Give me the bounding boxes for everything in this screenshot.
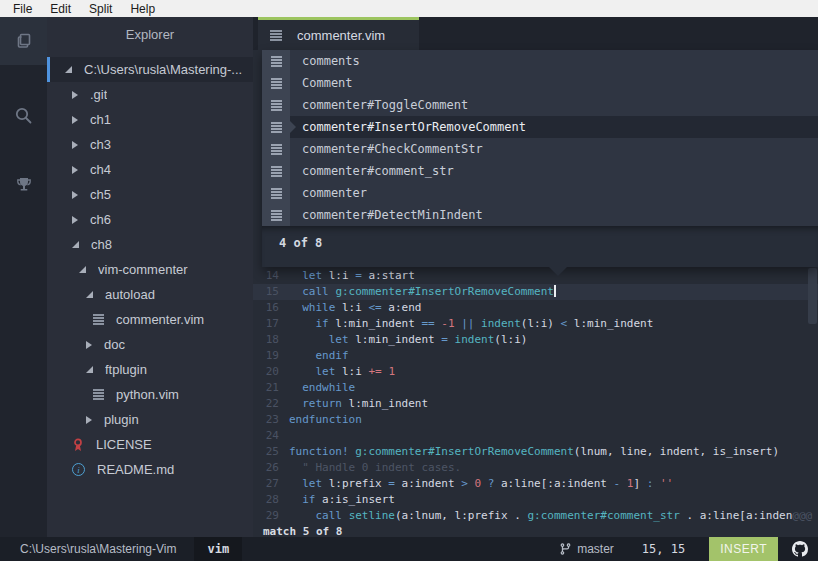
tree-item-ch5[interactable]: ch5	[47, 182, 253, 207]
match-status-message: match 5 of 8	[263, 525, 342, 537]
tree-item-label: ftplugin	[105, 362, 147, 377]
code-text: if a:is_insert	[279, 492, 395, 508]
menu-file[interactable]: File	[4, 2, 41, 16]
completion-item[interactable]: commenter#ToggleComment	[262, 94, 818, 116]
tree-item-commenter-vim[interactable]: commenter.vim	[47, 307, 253, 332]
code-line-14[interactable]: 14 let l:i = a:start	[253, 268, 818, 284]
tree-item-python-vim[interactable]: python.vim	[47, 382, 253, 407]
code-line-15[interactable]: 15 call g:commenter#InsertOrRemoveCommen…	[253, 284, 818, 300]
menu-split[interactable]: Split	[80, 2, 121, 16]
code-text: endif	[279, 348, 349, 364]
code-text: endfunction	[279, 412, 362, 428]
tab-commenter-vim[interactable]: commenter.vim	[258, 17, 419, 50]
code-line-29[interactable]: 29 call setline(a:lnum, l:prefix . g:com…	[253, 508, 818, 524]
chevron-collapsed-icon	[86, 341, 92, 349]
completion-item[interactable]: Comment	[262, 72, 818, 94]
achievements-icon[interactable]	[0, 161, 47, 209]
tree-item-vim-commenter[interactable]: vim-commenter	[47, 257, 253, 282]
cursor-position: 15, 15	[642, 542, 685, 556]
completion-item-kind-icon	[262, 138, 290, 160]
tree-item-ch4[interactable]: ch4	[47, 157, 253, 182]
tree-item-label: ch1	[90, 112, 111, 127]
tree-item-git[interactable]: .git	[47, 82, 253, 107]
license-ribbon-icon	[72, 438, 84, 452]
line-number: 23	[253, 412, 279, 428]
code-line-20[interactable]: 20 let l:i += 1	[253, 364, 818, 380]
tree-item-ch1[interactable]: ch1	[47, 107, 253, 132]
menu-help[interactable]: Help	[121, 2, 164, 16]
line-number: 29	[253, 508, 279, 524]
git-branch-icon	[559, 542, 572, 556]
code-line-25[interactable]: 25function! g:commenter#InsertOrRemoveCo…	[253, 444, 818, 460]
tab-label: commenter.vim	[297, 28, 385, 43]
line-number: 28	[253, 492, 279, 508]
line-number: 14	[253, 268, 279, 284]
line-number: 26	[253, 460, 279, 476]
completion-count: 4 of 8	[262, 226, 818, 267]
code-area[interactable]: 14 let l:i = a:start15 call g:commenter#…	[253, 268, 818, 524]
completion-item[interactable]: comments	[262, 50, 818, 72]
file-lines-icon	[270, 30, 282, 41]
line-number: 21	[253, 380, 279, 396]
popup-pointer	[549, 267, 567, 276]
code-line-19[interactable]: 19 endif	[253, 348, 818, 364]
completion-item[interactable]: commenter#comment_str	[262, 160, 818, 182]
completion-item[interactable]: commenter#DetectMinIndent	[262, 204, 818, 226]
tree-item-c-users-rusla-mastering[interactable]: C:\Users\rusla\Mastering-...	[47, 57, 253, 82]
code-line-26[interactable]: 26 " Handle 0 indent cases.	[253, 460, 818, 476]
tree-item-label: README.md	[97, 462, 174, 477]
files-icon[interactable]	[0, 17, 47, 65]
code-text: let l:prefix = a:indent > 0 ? a:line[:a:…	[279, 476, 673, 492]
tree-item-ch3[interactable]: ch3	[47, 132, 253, 157]
explorer-sidebar: Explorer C:\Users\rusla\Mastering-....gi…	[47, 17, 253, 537]
code-text: let l:i += 1	[279, 364, 395, 380]
code-line-23[interactable]: 23endfunction	[253, 412, 818, 428]
search-icon[interactable]	[0, 91, 47, 139]
code-line-17[interactable]: 17 if l:min_indent == -1 || indent(l:i) …	[253, 316, 818, 332]
editor-scrollbar-thumb[interactable]	[808, 268, 817, 324]
main-area: Explorer C:\Users\rusla\Mastering-....gi…	[0, 17, 818, 537]
tab-bar: commenter.vim	[253, 17, 818, 50]
code-text: if l:min_indent == -1 || indent(l:i) < l…	[279, 316, 653, 332]
menu-edit[interactable]: Edit	[41, 2, 80, 16]
completion-item-kind-icon	[262, 204, 290, 226]
text-cursor	[554, 285, 556, 297]
tree-item-label: vim-commenter	[98, 262, 188, 277]
tree-item-ch8[interactable]: ch8	[47, 232, 253, 257]
line-number: 18	[253, 332, 279, 348]
code-line-18[interactable]: 18 let l:min_indent = indent(l:i)	[253, 332, 818, 348]
completion-item-label: commenter#InsertOrRemoveComment	[290, 116, 526, 138]
line-number: 16	[253, 300, 279, 316]
chevron-collapsed-icon	[72, 166, 78, 174]
completion-item-label: commenter	[290, 182, 367, 204]
tree-item-doc[interactable]: doc	[47, 332, 253, 357]
code-line-16[interactable]: 16 while l:i <= a:end	[253, 300, 818, 316]
tree-item-ftplugin[interactable]: ftplugin	[47, 357, 253, 382]
completion-item[interactable]: commenter	[262, 182, 818, 204]
chevron-expanded-icon	[86, 366, 93, 373]
tree-item-readme-md[interactable]: iREADME.md	[47, 457, 253, 482]
code-line-24[interactable]: 24	[253, 428, 818, 444]
completion-item[interactable]: commenter#CheckCommentStr	[262, 138, 818, 160]
code-line-28[interactable]: 28 if a:is_insert	[253, 492, 818, 508]
code-line-27[interactable]: 27 let l:prefix = a:indent > 0 ? a:line[…	[253, 476, 818, 492]
info-circle-icon: i	[72, 463, 85, 476]
code-line-22[interactable]: 22 return l:min_indent	[253, 396, 818, 412]
completion-popup: commentsCommentcommenter#ToggleCommentco…	[262, 50, 818, 267]
completion-item-label: commenter#DetectMinIndent	[290, 204, 483, 226]
git-branch[interactable]: master	[559, 542, 614, 556]
editor[interactable]: commenter.vim commentsCommentcommenter#T…	[253, 17, 818, 537]
tree-item-plugin[interactable]: plugin	[47, 407, 253, 432]
code-line-21[interactable]: 21 endwhile	[253, 380, 818, 396]
completion-item-selected[interactable]: commenter#InsertOrRemoveComment	[262, 116, 818, 138]
file-lines-icon	[93, 314, 104, 325]
completion-item-label: Comment	[290, 72, 353, 94]
github-icon[interactable]	[792, 541, 808, 557]
mode-indicator: INSERT	[709, 537, 778, 561]
tree-item-ch6[interactable]: ch6	[47, 207, 253, 232]
completion-item-kind-icon	[262, 182, 290, 204]
chevron-collapsed-icon	[72, 141, 78, 149]
tree-item-license[interactable]: LICENSE	[47, 432, 253, 457]
tree-item-autoload[interactable]: autoload	[47, 282, 253, 307]
code-text: function! g:commenter#InsertOrRemoveComm…	[279, 444, 779, 460]
